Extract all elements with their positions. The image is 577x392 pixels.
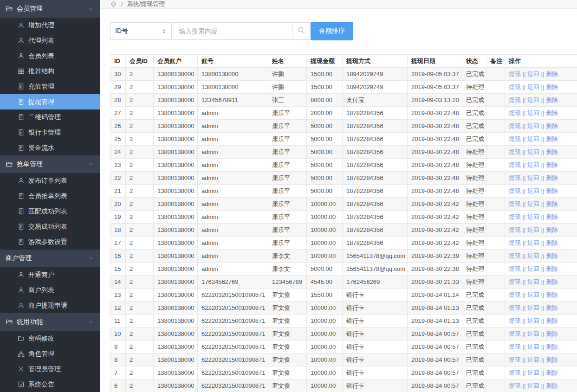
action-link-提现[interactable]: 提现 — [509, 278, 521, 285]
action-link-删除[interactable]: 删除 — [546, 265, 558, 272]
action-link-提现[interactable]: 提现 — [509, 330, 521, 337]
sidebar-section-0[interactable]: 会员管理 — [0, 0, 100, 18]
action-link-提现[interactable]: 提现 — [509, 148, 521, 155]
action-link-提现[interactable]: 提现 — [509, 304, 521, 311]
sidebar-section-3[interactable]: 统用功能 — [0, 313, 100, 331]
sidebar-section-1[interactable]: 抢单管理 — [0, 155, 100, 173]
sidebar-item-系统公告[interactable]: 系统公告 — [0, 377, 100, 392]
action-link-删除[interactable]: 删除 — [546, 252, 558, 259]
action-link-删除[interactable]: 删除 — [546, 161, 558, 168]
sidebar-item-代理列表[interactable]: 代理列表 — [0, 33, 100, 48]
action-link-退回[interactable]: 退回 — [527, 71, 539, 77]
action-link-删除[interactable]: 删除 — [546, 213, 558, 220]
action-link-退回[interactable]: 退回 — [527, 84, 539, 90]
action-link-提现[interactable]: 提现 — [509, 291, 521, 298]
sidebar-item-密码修改[interactable]: 密码修改 — [0, 331, 100, 346]
action-link-提现[interactable]: 提现 — [509, 356, 521, 363]
action-link-退回[interactable]: 退回 — [527, 135, 539, 142]
sidebar-item-银行卡管理[interactable]: 银行卡管理 — [0, 125, 100, 140]
action-link-退回[interactable]: 退回 — [527, 161, 539, 168]
action-link-删除[interactable]: 删除 — [546, 96, 558, 103]
action-link-提现[interactable]: 提现 — [509, 122, 521, 129]
action-link-删除[interactable]: 删除 — [546, 356, 558, 363]
action-link-提现[interactable]: 提现 — [509, 187, 521, 194]
action-link-退回[interactable]: 退回 — [527, 239, 539, 246]
action-link-退回[interactable]: 退回 — [527, 330, 539, 337]
action-link-提现[interactable]: 提现 — [509, 109, 521, 116]
action-link-删除[interactable]: 删除 — [546, 135, 558, 142]
action-link-退回[interactable]: 退回 — [527, 96, 539, 103]
action-link-提现[interactable]: 提现 — [509, 135, 521, 142]
action-link-删除[interactable]: 删除 — [546, 71, 558, 77]
action-link-删除[interactable]: 删除 — [546, 200, 558, 207]
action-link-提现[interactable]: 提现 — [509, 369, 521, 376]
sidebar-item-开通商户[interactable]: 开通商户 — [0, 267, 100, 283]
amount-sort-button[interactable]: 金额排序 — [311, 22, 353, 40]
action-link-删除[interactable]: 删除 — [546, 84, 558, 90]
sidebar-item-管理员管理[interactable]: 管理员管理 — [0, 361, 100, 377]
action-link-退回[interactable]: 退回 — [527, 226, 539, 233]
action-link-提现[interactable]: 提现 — [509, 96, 521, 103]
action-link-提现[interactable]: 提现 — [509, 382, 521, 389]
action-link-删除[interactable]: 删除 — [546, 291, 558, 298]
action-link-退回[interactable]: 退回 — [527, 213, 539, 220]
action-link-退回[interactable]: 退回 — [527, 382, 539, 389]
action-link-提现[interactable]: 提现 — [509, 200, 521, 207]
action-link-退回[interactable]: 退回 — [527, 343, 539, 350]
action-link-删除[interactable]: 删除 — [546, 278, 558, 285]
sidebar-item-充值管理[interactable]: 充值管理 — [0, 79, 100, 94]
action-link-提现[interactable]: 提现 — [509, 239, 521, 246]
sidebar-item-游戏参数设置[interactable]: 游戏参数设置 — [0, 234, 100, 250]
action-link-退回[interactable]: 退回 — [527, 109, 539, 116]
action-link-删除[interactable]: 删除 — [546, 109, 558, 116]
action-link-退回[interactable]: 退回 — [527, 187, 539, 194]
action-link-删除[interactable]: 删除 — [546, 187, 558, 194]
action-link-退回[interactable]: 退回 — [527, 122, 539, 129]
action-link-删除[interactable]: 删除 — [546, 369, 558, 376]
action-link-退回[interactable]: 退回 — [527, 356, 539, 363]
sidebar-item-匹配成功列表[interactable]: 匹配成功列表 — [0, 204, 100, 219]
action-link-删除[interactable]: 删除 — [546, 382, 558, 389]
action-link-删除[interactable]: 删除 — [546, 226, 558, 233]
action-link-退回[interactable]: 退回 — [527, 265, 539, 272]
sidebar-item-商户提现申请[interactable]: 商户提现申请 — [0, 298, 100, 313]
action-link-删除[interactable]: 删除 — [546, 174, 558, 181]
sidebar-item-交易成功列表[interactable]: 交易成功列表 — [0, 219, 100, 234]
action-link-退回[interactable]: 退回 — [527, 252, 539, 259]
filter-type-select[interactable]: ID号 — [110, 22, 172, 40]
sidebar-item-会员抢单列表[interactable]: 会员抢单列表 — [0, 188, 100, 204]
action-link-删除[interactable]: 删除 — [546, 122, 558, 129]
action-link-提现[interactable]: 提现 — [509, 226, 521, 233]
search-input[interactable] — [173, 22, 292, 40]
sidebar-item-资金流水[interactable]: 资金流水 — [0, 140, 100, 155]
action-link-退回[interactable]: 退回 — [527, 174, 539, 181]
action-link-删除[interactable]: 删除 — [546, 330, 558, 337]
action-link-删除[interactable]: 删除 — [546, 148, 558, 155]
action-link-删除[interactable]: 删除 — [546, 239, 558, 246]
sidebar-item-角色管理[interactable]: 角色管理 — [0, 346, 100, 361]
action-link-删除[interactable]: 删除 — [546, 343, 558, 350]
sidebar-item-增加代理[interactable]: 增加代理 — [0, 18, 100, 33]
sidebar-section-2[interactable]: 商户管理 — [0, 250, 100, 267]
action-link-提现[interactable]: 提现 — [509, 317, 521, 324]
action-link-退回[interactable]: 退回 — [527, 278, 539, 285]
sidebar-item-会员列表[interactable]: 会员列表 — [0, 48, 100, 64]
action-link-退回[interactable]: 退回 — [527, 369, 539, 376]
action-link-退回[interactable]: 退回 — [527, 317, 539, 324]
action-link-退回[interactable]: 退回 — [527, 148, 539, 155]
sidebar-item-提现管理[interactable]: 提现管理 — [0, 94, 100, 109]
action-link-删除[interactable]: 删除 — [546, 317, 558, 324]
action-link-提现[interactable]: 提现 — [509, 71, 521, 77]
action-link-提现[interactable]: 提现 — [509, 174, 521, 181]
sidebar-item-发布订单列表[interactable]: 发布订单列表 — [0, 173, 100, 188]
action-link-提现[interactable]: 提现 — [509, 343, 521, 350]
action-link-退回[interactable]: 退回 — [527, 200, 539, 207]
sidebar-item-商户列表[interactable]: 商户列表 — [0, 283, 100, 298]
action-link-提现[interactable]: 提现 — [509, 252, 521, 259]
action-link-删除[interactable]: 删除 — [546, 304, 558, 311]
sidebar-item-二维码管理[interactable]: 二维码管理 — [0, 109, 100, 125]
action-link-提现[interactable]: 提现 — [509, 265, 521, 272]
action-link-退回[interactable]: 退回 — [527, 291, 539, 298]
action-link-提现[interactable]: 提现 — [509, 213, 521, 220]
action-link-退回[interactable]: 退回 — [527, 304, 539, 311]
